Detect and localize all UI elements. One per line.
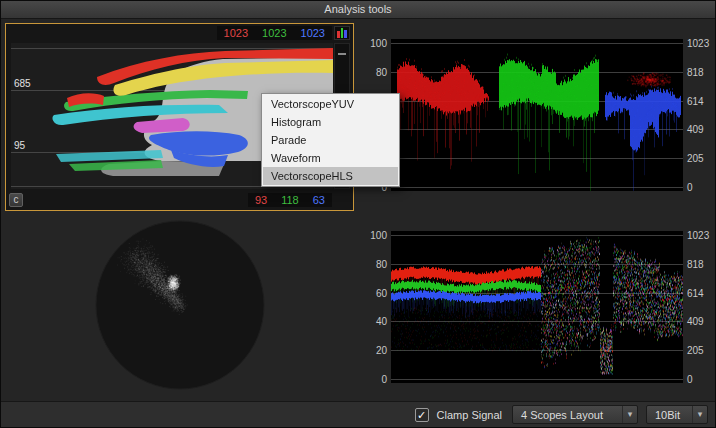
axis-label: 0 bbox=[687, 374, 713, 385]
menu-item-parade[interactable]: Parade bbox=[263, 131, 398, 149]
waveform-canvas[interactable] bbox=[391, 231, 683, 383]
axis-label: 614 bbox=[687, 96, 713, 107]
parade-scope: 100 80 60 40 20 0 1023 818 614 409 205 0 bbox=[357, 23, 713, 211]
current-value-green: 118 bbox=[281, 194, 299, 206]
mini-rgb-histogram-icon bbox=[334, 26, 350, 40]
axis-label: 60 bbox=[357, 288, 387, 299]
axis-label: 205 bbox=[687, 345, 713, 356]
mini-bar-blue bbox=[344, 30, 347, 38]
max-value-blue: 1023 bbox=[301, 27, 325, 39]
axis-label: 409 bbox=[687, 316, 713, 327]
footer-bar: ✓ Clamp Signal 4 Scopes Layout ▾ 10Bit ▾ bbox=[1, 401, 715, 427]
scope-context-menu: VectorscopeYUV Histogram Parade Waveform… bbox=[261, 93, 400, 187]
bit-depth-value: 10Bit bbox=[647, 409, 692, 421]
menu-item-vectorscope-hls[interactable]: VectorscopeHLS bbox=[263, 167, 398, 185]
axis-label: 1023 bbox=[687, 38, 713, 49]
titlebar[interactable]: Analysis tools bbox=[1, 1, 715, 19]
y-axis-label: 685 bbox=[14, 78, 31, 89]
axis-label: 818 bbox=[687, 67, 713, 78]
axis-label: 40 bbox=[357, 316, 387, 327]
clamp-signal-checkbox[interactable]: ✓ bbox=[415, 408, 429, 422]
axis-label: 205 bbox=[687, 153, 713, 164]
max-value-green: 1023 bbox=[262, 27, 286, 39]
axis-label: 100 bbox=[357, 230, 387, 241]
scopes-layout-value: 4 Scopes Layout bbox=[513, 409, 622, 421]
vectorscope bbox=[5, 215, 357, 401]
axis-label: 1023 bbox=[687, 230, 713, 241]
axis-label: 614 bbox=[687, 288, 713, 299]
dropdown-arrow-icon: ▾ bbox=[622, 406, 637, 423]
axis-label: 0 bbox=[357, 374, 387, 385]
histogram-layer-magenta bbox=[134, 118, 190, 133]
checkmark-icon: ✓ bbox=[417, 409, 426, 421]
analysis-tools-window: Analysis tools 1023 1023 1023 685 95 bbox=[0, 0, 716, 428]
bit-depth-dropdown[interactable]: 10Bit ▾ bbox=[646, 405, 708, 424]
window-title: Analysis tools bbox=[324, 3, 391, 15]
axis-label: 409 bbox=[687, 124, 713, 135]
waveform-scope: 100 80 60 40 20 0 1023 818 614 409 205 0 bbox=[357, 215, 713, 403]
axis-label: 818 bbox=[687, 259, 713, 270]
corner-c-button[interactable]: c bbox=[9, 193, 23, 207]
axis-label: 0 bbox=[687, 182, 713, 193]
axis-label: 80 bbox=[357, 259, 387, 270]
dropdown-arrow-icon: ▾ bbox=[692, 406, 707, 423]
scopes-layout-dropdown[interactable]: 4 Scopes Layout ▾ bbox=[512, 405, 638, 424]
current-value-red: 93 bbox=[255, 194, 267, 206]
y-axis-label: 95 bbox=[14, 140, 25, 151]
axis-label: 20 bbox=[357, 345, 387, 356]
mini-bar-red bbox=[337, 31, 340, 38]
scope-current-values: 93 118 63 bbox=[248, 193, 332, 207]
parade-canvas[interactable] bbox=[391, 39, 683, 191]
vectorscope-canvas[interactable] bbox=[5, 215, 357, 401]
current-value-blue: 63 bbox=[313, 194, 325, 206]
histogram-layer-cyan-low bbox=[56, 150, 163, 162]
axis-label: 80 bbox=[357, 67, 387, 78]
menu-item-vectorscope-yuv[interactable]: VectorscopeYUV bbox=[263, 95, 398, 113]
mini-bar-green bbox=[341, 28, 344, 38]
clamp-signal-label[interactable]: Clamp Signal bbox=[437, 409, 502, 421]
scope-max-values: 1023 1023 1023 bbox=[217, 26, 332, 40]
menu-item-waveform[interactable]: Waveform bbox=[263, 149, 398, 167]
menu-item-histogram[interactable]: Histogram bbox=[263, 113, 398, 131]
axis-label: 100 bbox=[357, 38, 387, 49]
max-value-red: 1023 bbox=[224, 27, 248, 39]
